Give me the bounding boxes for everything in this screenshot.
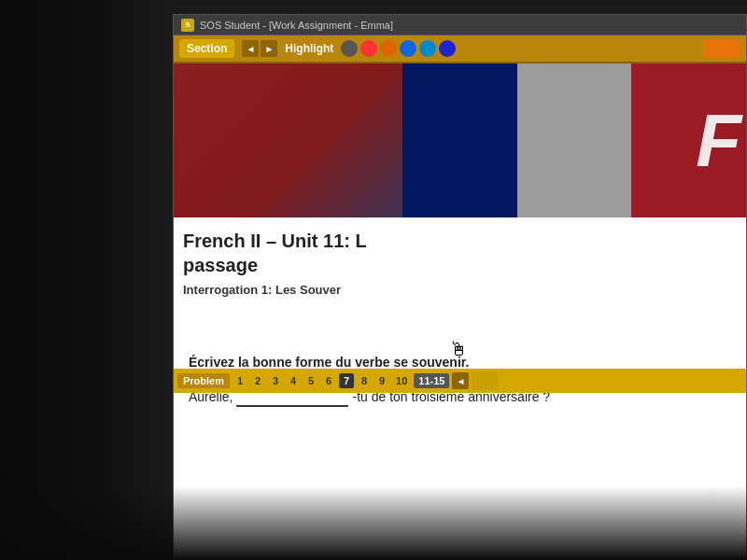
- problem-label: Problem: [177, 373, 230, 388]
- highlight-colors: [341, 40, 456, 57]
- problem-8[interactable]: 8: [357, 373, 372, 388]
- unit-title: French II – Unit 11: L: [183, 229, 737, 253]
- problem-10[interactable]: 10: [392, 373, 411, 388]
- exercise-instruction: Écrivez la bonne forme du verbe se souve…: [189, 355, 731, 370]
- app-window: S SOS Student - [Work Assignment - Emma]…: [173, 14, 747, 560]
- problem-4[interactable]: 4: [286, 373, 301, 388]
- toolbar: Section ◄ ► Highlight: [174, 35, 746, 63]
- problem-range-11-15[interactable]: 11-15: [414, 373, 449, 388]
- main-content: F French II – Unit 11: L passage Interro…: [174, 63, 746, 560]
- color-blue-btn[interactable]: [400, 40, 416, 57]
- color-darkblue-btn[interactable]: [439, 40, 456, 57]
- problem-2[interactable]: 2: [250, 373, 265, 388]
- title-bar: S SOS Student - [Work Assignment - Emma]: [174, 15, 746, 35]
- image-overlay: [174, 63, 746, 217]
- problem-9[interactable]: 9: [374, 373, 389, 388]
- toolbar-orange-button[interactable]: [703, 39, 740, 58]
- image-header: F: [174, 63, 746, 217]
- app-icon: S: [181, 19, 194, 32]
- problem-7[interactable]: 7: [339, 373, 354, 388]
- problem-6[interactable]: 6: [321, 373, 336, 388]
- problem-5[interactable]: 5: [303, 373, 318, 388]
- vignette-left: [0, 0, 168, 560]
- color-red-btn[interactable]: [360, 40, 377, 57]
- content-row: F French II – Unit 11: L passage Interro…: [174, 63, 746, 560]
- problem-bar: Problem 1 2 3 4 5 6 7 8 9 10 11-15 ◄: [174, 369, 746, 393]
- window-title: SOS Student - [Work Assignment - Emma]: [200, 20, 393, 31]
- unit-title-area: French II – Unit 11: L passage Interroga…: [174, 217, 746, 304]
- color-orange-btn[interactable]: [380, 40, 397, 57]
- problem-1[interactable]: 1: [233, 373, 247, 388]
- bottom-bar: 💬 ✕: [174, 556, 746, 560]
- toolbar-nav: ◄ ►: [242, 40, 277, 57]
- nav-prev-button[interactable]: ◄: [242, 40, 259, 57]
- interrogation-title: Interrogation 1: Les Souver: [183, 283, 737, 297]
- problem-next-btn[interactable]: [472, 371, 498, 390]
- f-letter: F: [696, 98, 741, 184]
- color-teal-btn[interactable]: [419, 40, 436, 57]
- color-gray-btn[interactable]: [341, 40, 358, 57]
- highlight-label: Highlight: [285, 42, 333, 55]
- nav-next-button[interactable]: ►: [261, 40, 277, 57]
- problem-3[interactable]: 3: [268, 373, 283, 388]
- problem-prev-btn[interactable]: ◄: [452, 372, 469, 389]
- right-main-panel: F French II – Unit 11: L passage Interro…: [174, 63, 746, 560]
- section-button[interactable]: Section: [179, 39, 234, 58]
- unit-subtitle: passage: [183, 253, 737, 277]
